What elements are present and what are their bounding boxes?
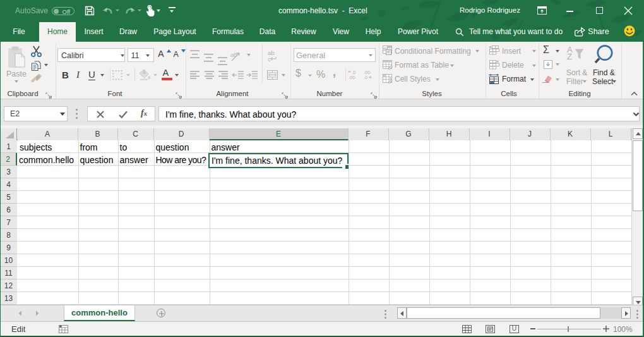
svg-text:.0: .0 <box>364 75 367 80</box>
svg-text:.00: .00 <box>349 75 355 80</box>
svg-text:ab: ab <box>230 51 237 58</box>
